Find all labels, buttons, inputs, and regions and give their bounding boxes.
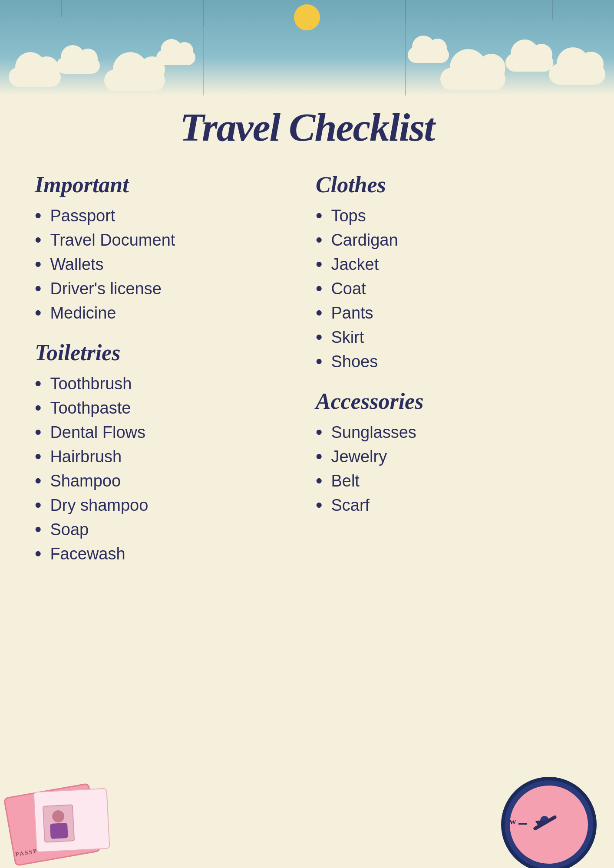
compass-needle-tip-icon bbox=[535, 816, 547, 828]
list-item: Dental Flows bbox=[35, 423, 298, 442]
compass-inner bbox=[510, 786, 588, 864]
right-column: Clothes Tops Cardigan Jacket Coat Pants … bbox=[316, 172, 579, 581]
list-item: Belt bbox=[316, 471, 579, 490]
list-item: Wallets bbox=[35, 255, 298, 274]
compass-west-label: w bbox=[509, 815, 516, 827]
important-list: Passport Travel Document Wallets Driver'… bbox=[35, 206, 298, 322]
cloud-3 bbox=[104, 69, 165, 91]
list-item: Medicine bbox=[35, 303, 298, 322]
cloud-2 bbox=[56, 57, 100, 74]
list-item: Toothpaste bbox=[35, 398, 298, 418]
section-title-accessories: Accessories bbox=[316, 388, 579, 414]
section-title-important: Important bbox=[35, 172, 298, 197]
list-item: Facewash bbox=[35, 544, 298, 563]
passport-cover bbox=[3, 783, 101, 866]
compass-needle bbox=[533, 815, 557, 831]
list-item: Cardigan bbox=[316, 230, 579, 250]
cloud-8 bbox=[408, 47, 449, 63]
section-title-clothes: Clothes bbox=[316, 172, 579, 197]
passport-photo bbox=[43, 804, 75, 843]
section-important: Important Passport Travel Document Walle… bbox=[35, 172, 298, 322]
compass-dash bbox=[518, 823, 527, 825]
string-3 bbox=[61, 0, 62, 17]
list-item: Pants bbox=[316, 303, 579, 322]
list-item: Coat bbox=[316, 279, 579, 298]
passport-inner bbox=[33, 788, 110, 853]
compass-illustration: w bbox=[488, 764, 601, 868]
list-item: Tops bbox=[316, 206, 579, 225]
list-item: Shampoo bbox=[35, 471, 298, 490]
cloud-5 bbox=[549, 64, 605, 85]
person-head-icon bbox=[52, 810, 64, 822]
list-item: Passport bbox=[35, 206, 298, 225]
list-item: Driver's license bbox=[35, 279, 298, 298]
string-1 bbox=[203, 0, 204, 26]
section-title-toiletries: Toiletries bbox=[35, 340, 298, 365]
list-item: Jacket bbox=[316, 255, 579, 274]
cloud-7 bbox=[440, 68, 505, 90]
toiletries-list: Toothbrush Toothpaste Dental Flows Hairb… bbox=[35, 374, 298, 563]
accessories-list: Sunglasses Jewelry Belt Scarf bbox=[316, 423, 579, 515]
clothes-list: Tops Cardigan Jacket Coat Pants Skirt Sh… bbox=[316, 206, 579, 371]
section-accessories: Accessories Sunglasses Jewelry Belt Scar… bbox=[316, 388, 579, 515]
list-item: Sunglasses bbox=[316, 423, 579, 442]
cloud-4 bbox=[156, 50, 195, 65]
person-body-icon bbox=[50, 823, 68, 839]
list-item: Hairbrush bbox=[35, 447, 298, 466]
page-title: Travel Checklist bbox=[35, 104, 579, 150]
cloud-1 bbox=[9, 67, 61, 87]
sky-header bbox=[0, 0, 614, 95]
list-item: Dry shampoo bbox=[35, 496, 298, 515]
list-item: Shoes bbox=[316, 352, 579, 371]
string-4 bbox=[552, 0, 553, 20]
cloud-6 bbox=[505, 53, 553, 72]
list-item: Scarf bbox=[316, 496, 579, 515]
compass-center bbox=[540, 816, 549, 825]
passport-illustration: PASSPORT bbox=[0, 764, 122, 868]
list-item: Skirt bbox=[316, 328, 579, 347]
compass-outer bbox=[501, 777, 597, 868]
checklist-grid: Important Passport Travel Document Walle… bbox=[35, 172, 579, 581]
section-clothes: Clothes Tops Cardigan Jacket Coat Pants … bbox=[316, 172, 579, 371]
section-toiletries: Toiletries Toothbrush Toothpaste Dental … bbox=[35, 340, 298, 563]
list-item: Soap bbox=[35, 520, 298, 539]
string-2 bbox=[405, 0, 406, 22]
list-item: Travel Document bbox=[35, 230, 298, 250]
main-content: Travel Checklist Important Passport Trav… bbox=[0, 95, 614, 607]
left-column: Important Passport Travel Document Walle… bbox=[35, 172, 298, 581]
sun-decoration bbox=[294, 4, 320, 30]
bottom-decorations: PASSPORT w bbox=[0, 746, 614, 868]
list-item: Toothbrush bbox=[35, 374, 298, 393]
list-item: Jewelry bbox=[316, 447, 579, 466]
passport-label: PASSPORT bbox=[15, 845, 53, 858]
